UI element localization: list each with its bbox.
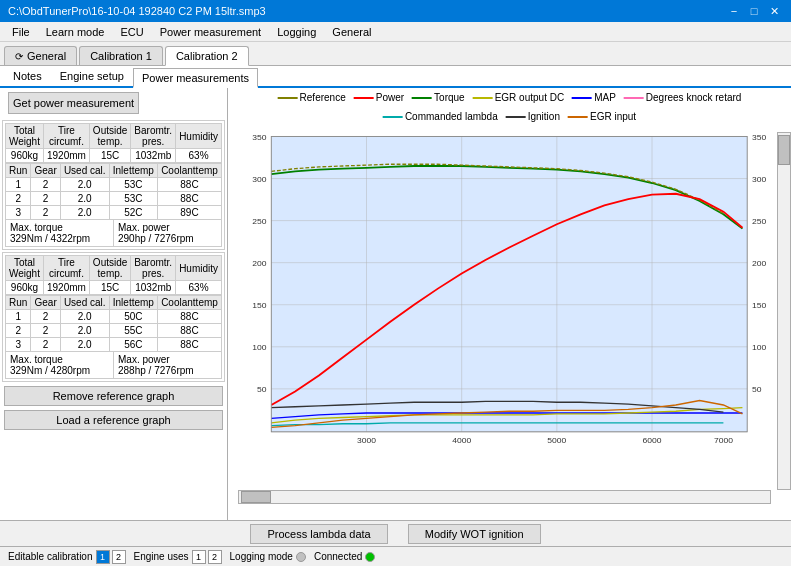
scroll-thumb-v[interactable] (778, 135, 790, 165)
x-label-6000: 6000 (643, 436, 662, 446)
x-label-7000: 7000 (714, 436, 733, 446)
table-row: 322.052C89C (6, 206, 222, 220)
legend-lambda-label: Commanded lambda (405, 111, 498, 122)
max-power-2-value: 288hp / 7276rpm (118, 365, 217, 376)
logging-mode-indicator (296, 552, 306, 562)
engine-box-1[interactable]: 1 (192, 550, 206, 564)
legend-lambda-line (383, 116, 403, 118)
runs-col-coolanttemp-1: Coolanttemp (158, 164, 222, 178)
max-power-1-cell: Max. power 290hp / 7276rpm (114, 220, 221, 246)
tab-general-label: General (27, 50, 66, 62)
edit-box-2[interactable]: 2 (112, 550, 126, 564)
y-label-150: 150 (252, 301, 267, 311)
engine-uses-label: Engine uses (134, 551, 189, 562)
max-torque-2-value: 329Nm / 4280rpm (10, 365, 109, 376)
sub-tab-power-measurements[interactable]: Power measurements (133, 68, 258, 88)
close-button[interactable]: ✕ (765, 3, 783, 19)
sub-tab-engine-setup-label: Engine setup (60, 70, 124, 82)
runs-col-inlettemp-1: Inlettemp (109, 164, 157, 178)
sub-tab-bar: Notes Engine setup Power measurements (0, 66, 791, 88)
legend-egr-input: EGR input (568, 111, 636, 122)
title-bar-controls: − □ ✕ (725, 3, 783, 19)
legend-ignition-label: Ignition (528, 111, 560, 122)
get-power-button[interactable]: Get power measurement (8, 92, 139, 114)
table-row: 222.055C88C (6, 324, 222, 338)
left-panel: Get power measurement Total Weight Tire … (0, 88, 228, 520)
maximize-button[interactable]: □ (745, 3, 763, 19)
y-label-200: 200 (252, 258, 267, 268)
menu-general[interactable]: General (324, 22, 379, 41)
runs-col-run-2: Run (6, 296, 31, 310)
max-power-2-cell: Max. power 288hp / 7276rpm (114, 352, 221, 378)
runs-table-2: Run Gear Used cal. Inlettemp Coolanttemp… (5, 295, 222, 352)
x-label-3000: 3000 (357, 436, 376, 446)
menu-power-measurement[interactable]: Power measurement (152, 22, 270, 41)
connected-indicator (365, 552, 375, 562)
y-right-200: 200 (752, 258, 767, 268)
engine-box-2[interactable]: 2 (208, 550, 222, 564)
remove-reference-button[interactable]: Remove reference graph (4, 386, 223, 406)
table-row: 122.053C88C (6, 178, 222, 192)
chart-background (271, 136, 747, 431)
col-total-weight-2: Total Weight (6, 256, 44, 281)
edit-box-1[interactable]: 1 (96, 550, 110, 564)
legend-torque-line (412, 97, 432, 99)
y-right-350: 350 (752, 132, 767, 142)
legend-egr-output-label: EGR output DC (495, 92, 564, 103)
y-right-150: 150 (752, 301, 767, 311)
menu-logging[interactable]: Logging (269, 22, 324, 41)
val-tire-1: 1920mm (43, 149, 89, 163)
horizontal-scrollbar[interactable] (238, 490, 771, 504)
measurement-table-2: Total Weight Tire circumf. Outside temp.… (5, 255, 222, 295)
val-baromtr-1: 1032mb (131, 149, 176, 163)
legend-map-line (572, 97, 592, 99)
menu-bar: File Learn mode ECU Power measurement Lo… (0, 22, 791, 42)
runs-col-coolanttemp-2: Coolanttemp (158, 296, 222, 310)
tab-calibration1-label: Calibration 1 (90, 50, 152, 62)
y-label-100: 100 (252, 343, 267, 353)
y-right-50: 50 (752, 385, 762, 395)
sub-tab-engine-setup[interactable]: Engine setup (51, 66, 133, 86)
scroll-thumb-h[interactable] (241, 491, 271, 503)
col-outside-2: Outside temp. (89, 256, 130, 281)
tab-general-refresh: ⟳ (15, 51, 23, 62)
engine-uses-boxes: 1 2 (192, 550, 222, 564)
y-label-50: 50 (257, 385, 267, 395)
tab-calibration2[interactable]: Calibration 2 (165, 46, 249, 66)
minimize-button[interactable]: − (725, 3, 743, 19)
chart-svg: 350 300 250 200 150 100 50 350 300 250 2… (238, 132, 771, 490)
legend-map-label: MAP (594, 92, 616, 103)
chart-legend: Reference Power Torque EGR output DC MAP… (256, 92, 763, 122)
legend-power: Power (354, 92, 404, 103)
legend-power-line (354, 97, 374, 99)
tab-calibration1[interactable]: Calibration 1 (79, 46, 163, 65)
menu-ecu[interactable]: ECU (112, 22, 151, 41)
menu-file[interactable]: File (4, 22, 38, 41)
runs-col-gear-2: Gear (31, 296, 60, 310)
vertical-scrollbar[interactable] (777, 132, 791, 490)
y-right-300: 300 (752, 174, 767, 184)
sub-tab-notes[interactable]: Notes (4, 66, 51, 86)
max-values-2: Max. torque 329Nm / 4280rpm Max. power 2… (5, 351, 222, 379)
modify-wot-button[interactable]: Modify WOT ignition (408, 524, 541, 544)
engine-uses-item: Engine uses 1 2 (134, 550, 222, 564)
val-total-weight-2: 960kg (6, 281, 44, 295)
process-lambda-button[interactable]: Process lambda data (250, 524, 387, 544)
editable-calibration-label: Editable calibration (8, 551, 93, 562)
col-baromtr-2: Baromtr. pres. (131, 256, 176, 281)
measurement-table-1: Total Weight Tire circumf. Outside temp.… (5, 123, 222, 163)
table-row: 322.056C88C (6, 338, 222, 352)
legend-map: MAP (572, 92, 616, 103)
y-right-100: 100 (752, 343, 767, 353)
col-outside-1: Outside temp. (89, 124, 130, 149)
menu-learn-mode[interactable]: Learn mode (38, 22, 113, 41)
y-label-350: 350 (252, 132, 267, 142)
max-torque-1-cell: Max. torque 329Nm / 4322rpm (6, 220, 114, 246)
connected-label: Connected (314, 551, 362, 562)
tab-general[interactable]: ⟳ General (4, 46, 77, 65)
window-title: C:\ObdTunerPro\16-10-04 192840 C2 PM 15l… (8, 5, 266, 17)
load-reference-button[interactable]: Load a reference graph (4, 410, 223, 430)
x-label-4000: 4000 (452, 436, 471, 446)
col-baromtr-1: Baromtr. pres. (131, 124, 176, 149)
table-row: 122.050C88C (6, 310, 222, 324)
